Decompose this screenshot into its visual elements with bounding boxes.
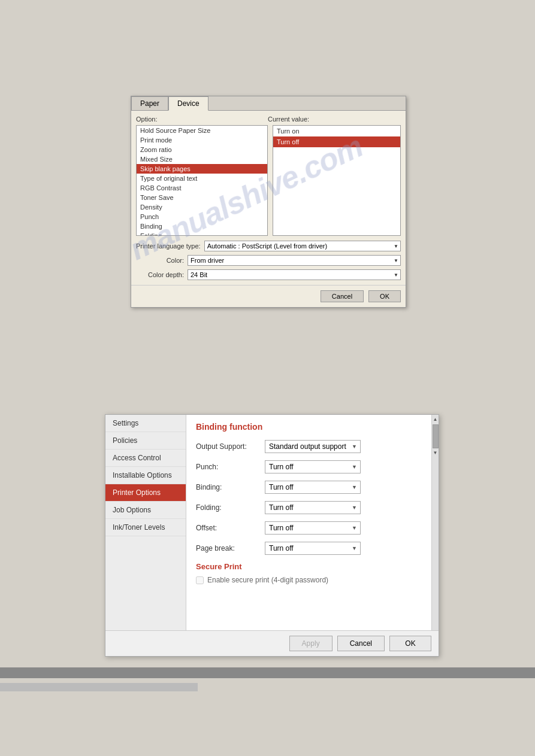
- option-list[interactable]: Hold Source Paper Size Print mode Zoom r…: [136, 125, 268, 236]
- field-label-punch: Punch:: [196, 463, 265, 471]
- list-item[interactable]: Mixed Size: [137, 154, 267, 164]
- apply-button[interactable]: Apply: [289, 636, 333, 651]
- field-label-offset: Offset:: [196, 524, 265, 532]
- scroll-up-arrow[interactable]: ▲: [433, 416, 438, 423]
- sidebar-item-settings[interactable]: Settings: [105, 415, 186, 432]
- top-dialog: Paper Device Option: Current value: Hold…: [131, 96, 406, 308]
- bottom-bar: [0, 667, 535, 678]
- printer-lang-select[interactable]: Automatic : PostScript (Level from drive…: [204, 241, 401, 251]
- folding-dropdown[interactable]: Turn offTurn on: [265, 501, 361, 514]
- list-item[interactable]: Print mode: [137, 135, 267, 145]
- bottom-footer: Apply Cancel OK: [105, 630, 439, 656]
- field-label-folding: Folding:: [196, 503, 265, 512]
- list-item[interactable]: Binding: [137, 221, 267, 231]
- section-title-secure-print: Secure Print: [196, 562, 422, 571]
- printer-lang-dropdown[interactable]: Automatic : PostScript (Level from drive…: [204, 241, 401, 251]
- color-dropdown[interactable]: From driver: [188, 255, 401, 266]
- list-item[interactable]: RGB Contrast: [137, 183, 267, 193]
- ok-button[interactable]: OK: [368, 290, 401, 302]
- sidebar-item-ink-toner[interactable]: Ink/Toner Levels: [105, 519, 186, 536]
- list-item[interactable]: Hold Source Paper Size: [137, 126, 267, 135]
- dialog-footer: Cancel OK: [131, 285, 406, 307]
- printer-lang-row: Printer language type: Automatic : PostS…: [136, 241, 401, 251]
- scroll-down-arrow[interactable]: ▼: [433, 450, 438, 457]
- field-row-binding: Binding: Turn offTurn on: [196, 481, 422, 494]
- dialog-body: Option: Current value: Hold Source Paper…: [131, 111, 406, 285]
- secure-print-row: Enable secure print (4-digit password): [196, 576, 422, 584]
- field-row-offset: Offset: Turn offTurn on: [196, 521, 422, 535]
- list-item-selected[interactable]: Skip blank pages: [137, 164, 267, 174]
- sidebar-item-policies[interactable]: Policies: [105, 432, 186, 450]
- field-label-output-support: Output Support:: [196, 442, 265, 451]
- secure-print-checkbox[interactable]: [196, 576, 204, 584]
- cv-item-turnon[interactable]: Turn on: [273, 126, 400, 136]
- option-row-header: Option: Current value:: [136, 116, 401, 123]
- output-support-dropdown[interactable]: Standard output supportTurn off: [265, 440, 361, 453]
- binding-select[interactable]: Turn offTurn on: [265, 481, 361, 494]
- tab-device[interactable]: Device: [168, 96, 208, 111]
- cv-item-turnoff[interactable]: Turn off: [273, 136, 400, 147]
- dialog-content-row: Hold Source Paper Size Print mode Zoom r…: [136, 125, 401, 236]
- field-row-output-support: Output Support: Standard output supportT…: [196, 440, 422, 453]
- tabs-row: Paper Device: [131, 96, 406, 111]
- option-col-header: Option:: [136, 116, 268, 123]
- sidebar-item-job-options[interactable]: Job Options: [105, 502, 186, 519]
- punch-select[interactable]: Turn offTurn on: [265, 460, 361, 473]
- tab-paper[interactable]: Paper: [131, 96, 168, 110]
- printer-lang-label: Printer language type:: [136, 242, 201, 250]
- section-title-binding: Binding function: [196, 422, 422, 432]
- secure-print-label: Enable secure print (4-digit password): [207, 576, 328, 584]
- list-item[interactable]: Punch: [137, 212, 267, 221]
- color-depth-dropdown[interactable]: 24 Bit: [188, 269, 401, 280]
- folding-select[interactable]: Turn offTurn on: [265, 501, 361, 514]
- page-break-select[interactable]: Turn offTurn on: [265, 542, 361, 555]
- cancel-button[interactable]: Cancel: [321, 290, 364, 302]
- offset-select[interactable]: Turn offTurn on: [265, 521, 361, 535]
- main-panel: Binding function Output Support: Standar…: [186, 415, 431, 630]
- binding-dropdown[interactable]: Turn offTurn on: [265, 481, 361, 494]
- color-depth-row: Color depth: 24 Bit: [136, 269, 401, 280]
- list-item[interactable]: Folding: [137, 231, 267, 236]
- scrollbar-track: ▲ ▼: [431, 415, 439, 630]
- ok-button[interactable]: OK: [389, 636, 431, 651]
- current-value-col-header: Current value:: [268, 116, 309, 123]
- bottom-bar2: [0, 683, 198, 691]
- output-support-select[interactable]: Standard output supportTurn off: [265, 440, 361, 453]
- field-label-page-break: Page break:: [196, 544, 265, 552]
- color-select[interactable]: From driver: [188, 255, 401, 266]
- color-depth-select[interactable]: 24 Bit: [188, 269, 401, 280]
- current-value-panel: Turn on Turn off: [273, 125, 401, 236]
- field-label-binding: Binding:: [196, 483, 265, 491]
- sidebar: Settings Policies Access Control Install…: [105, 415, 186, 630]
- scrollbar-thumb[interactable]: [433, 424, 439, 448]
- field-row-folding: Folding: Turn offTurn on: [196, 501, 422, 514]
- color-depth-label: Color depth:: [136, 271, 184, 278]
- list-item[interactable]: Toner Save: [137, 193, 267, 202]
- cancel-button[interactable]: Cancel: [337, 636, 385, 651]
- field-row-punch: Punch: Turn offTurn on: [196, 460, 422, 473]
- color-label: Color:: [136, 257, 184, 264]
- bottom-dialog: Settings Policies Access Control Install…: [105, 414, 439, 657]
- sidebar-item-printer-options[interactable]: Printer Options: [105, 484, 186, 502]
- page-break-dropdown[interactable]: Turn offTurn on: [265, 542, 361, 555]
- sidebar-item-access-control[interactable]: Access Control: [105, 450, 186, 467]
- bottom-dialog-inner: Settings Policies Access Control Install…: [105, 415, 439, 630]
- list-item[interactable]: Zoom ratio: [137, 145, 267, 154]
- list-item[interactable]: Density: [137, 202, 267, 212]
- offset-dropdown[interactable]: Turn offTurn on: [265, 521, 361, 535]
- field-row-page-break: Page break: Turn offTurn on: [196, 542, 422, 555]
- sidebar-item-installable-options[interactable]: Installable Options: [105, 467, 186, 484]
- punch-dropdown[interactable]: Turn offTurn on: [265, 460, 361, 473]
- color-row: Color: From driver: [136, 255, 401, 266]
- list-item[interactable]: Type of original text: [137, 174, 267, 183]
